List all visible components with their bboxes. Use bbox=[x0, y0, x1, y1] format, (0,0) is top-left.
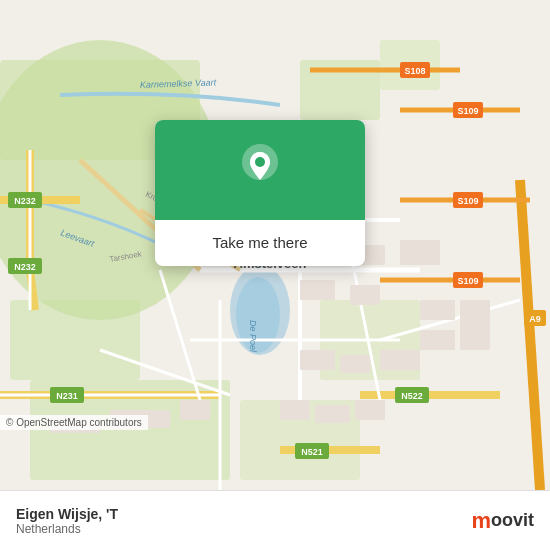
map-container: N232 N232 N231 N522 N521 A9 S108 S109 S1… bbox=[0, 0, 550, 490]
svg-text:De Poel: De Poel bbox=[248, 320, 258, 353]
svg-rect-16 bbox=[300, 350, 335, 370]
bottom-bar: Eigen Wijsje, 'T Netherlands m oovit bbox=[0, 490, 550, 550]
svg-rect-14 bbox=[350, 285, 380, 305]
svg-rect-20 bbox=[315, 405, 350, 423]
svg-text:S109: S109 bbox=[457, 106, 478, 116]
svg-rect-25 bbox=[180, 400, 210, 420]
map-popup: Take me there bbox=[155, 120, 365, 266]
popup-header bbox=[155, 120, 365, 220]
svg-text:N231: N231 bbox=[56, 391, 78, 401]
svg-rect-15 bbox=[400, 240, 440, 265]
svg-text:S109: S109 bbox=[457, 196, 478, 206]
location-country: Netherlands bbox=[16, 522, 118, 536]
copyright-text: © OpenStreetMap contributors bbox=[6, 417, 142, 428]
copyright-bar: © OpenStreetMap contributors bbox=[0, 415, 148, 430]
svg-text:N521: N521 bbox=[301, 447, 323, 457]
svg-text:N232: N232 bbox=[14, 262, 36, 272]
svg-text:A9: A9 bbox=[529, 314, 541, 324]
svg-rect-13 bbox=[300, 280, 335, 300]
svg-text:S108: S108 bbox=[404, 66, 425, 76]
svg-point-56 bbox=[255, 157, 265, 167]
svg-rect-23 bbox=[420, 330, 455, 350]
moovit-text: oovit bbox=[491, 510, 534, 531]
moovit-logo: m oovit bbox=[471, 508, 534, 534]
svg-text:N522: N522 bbox=[401, 391, 423, 401]
svg-rect-21 bbox=[355, 400, 385, 420]
pin-icon bbox=[235, 140, 285, 200]
svg-rect-18 bbox=[380, 350, 420, 370]
svg-text:S109: S109 bbox=[457, 276, 478, 286]
svg-text:N232: N232 bbox=[14, 196, 36, 206]
svg-rect-24 bbox=[460, 300, 490, 350]
svg-rect-3 bbox=[10, 300, 140, 380]
svg-rect-19 bbox=[280, 400, 310, 420]
popup-body: Take me there bbox=[155, 220, 365, 266]
svg-rect-22 bbox=[420, 300, 455, 320]
take-me-there-button[interactable]: Take me there bbox=[212, 234, 307, 251]
location-info: Eigen Wijsje, 'T Netherlands bbox=[16, 506, 118, 536]
svg-rect-17 bbox=[340, 355, 370, 373]
location-name: Eigen Wijsje, 'T bbox=[16, 506, 118, 522]
moovit-m-icon: m bbox=[471, 508, 491, 534]
